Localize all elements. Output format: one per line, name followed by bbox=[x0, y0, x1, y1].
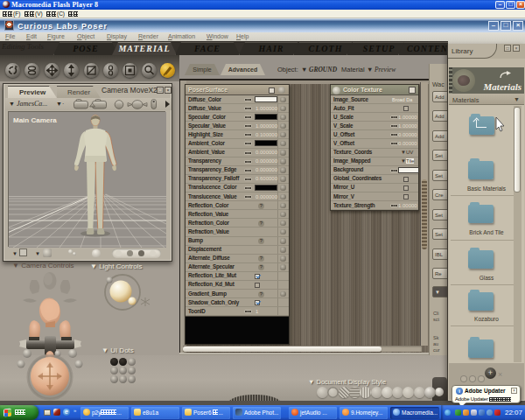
svg-text:Main Camera: Main Camera bbox=[13, 116, 57, 124]
